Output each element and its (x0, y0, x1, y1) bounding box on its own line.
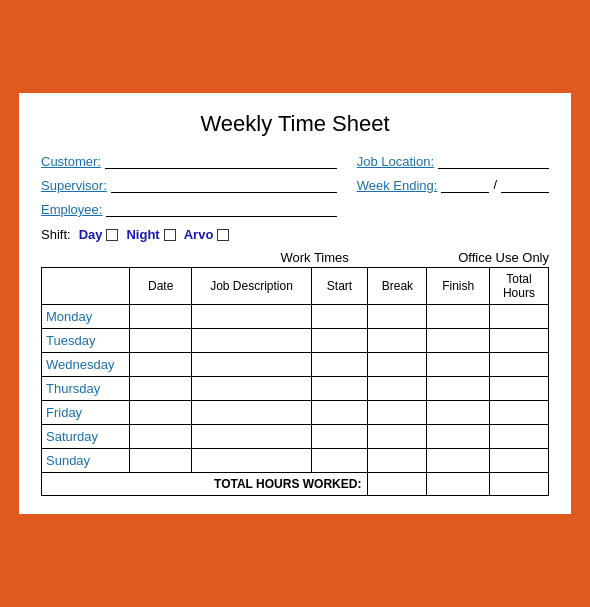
finish-thursday[interactable] (427, 377, 489, 401)
supervisor-field: Supervisor: (41, 177, 337, 193)
week-ending-field: Week Ending: / (357, 177, 549, 193)
day-saturday: Saturday (42, 425, 130, 449)
shift-day-option: Day (79, 227, 119, 242)
table-row: Friday (42, 401, 549, 425)
shift-arvo-label: Arvo (184, 227, 214, 242)
total-hours-empty-1 (427, 473, 489, 496)
table-row: Wednesday (42, 353, 549, 377)
jobdesc-monday[interactable] (192, 305, 311, 329)
start-monday[interactable] (311, 305, 368, 329)
total-hours-worked-label: TOTAL HOURS WORKED: (42, 473, 368, 496)
total-thursday[interactable] (489, 377, 548, 401)
timesheet-table: Date Job Description Start Break Finish … (41, 267, 549, 496)
date-tuesday[interactable] (129, 329, 191, 353)
job-location-input[interactable] (438, 153, 549, 169)
jobdesc-thursday[interactable] (192, 377, 311, 401)
shift-night-label: Night (126, 227, 159, 242)
table-row: Monday (42, 305, 549, 329)
break-monday[interactable] (368, 305, 427, 329)
form-right: Job Location: Week Ending: / (337, 153, 549, 217)
employee-input[interactable] (106, 201, 336, 217)
table-row: Thursday (42, 377, 549, 401)
table-row: Sunday (42, 449, 549, 473)
page-container: Weekly Time Sheet Customer: Supervisor: … (15, 89, 575, 518)
start-wednesday[interactable] (311, 353, 368, 377)
th-total-hours: TotalHours (489, 268, 548, 305)
week-slash: / (493, 177, 497, 193)
th-finish: Finish (427, 268, 489, 305)
week-ending-label: Week Ending: (357, 178, 438, 193)
table-row: Saturday (42, 425, 549, 449)
shift-day-checkbox[interactable] (106, 229, 118, 241)
form-left: Customer: Supervisor: Employee: (41, 153, 337, 217)
start-saturday[interactable] (311, 425, 368, 449)
day-monday: Monday (42, 305, 130, 329)
shift-arvo-option: Arvo (184, 227, 230, 242)
break-saturday[interactable] (368, 425, 427, 449)
break-wednesday[interactable] (368, 353, 427, 377)
jobdesc-tuesday[interactable] (192, 329, 311, 353)
total-hours-empty-2 (489, 473, 548, 496)
total-wednesday[interactable] (489, 353, 548, 377)
supervisor-input[interactable] (111, 177, 337, 193)
job-location-field: Job Location: (357, 153, 549, 169)
total-tuesday[interactable] (489, 329, 548, 353)
work-times-label: Work Times (41, 250, 458, 265)
total-saturday[interactable] (489, 425, 548, 449)
jobdesc-saturday[interactable] (192, 425, 311, 449)
employee-label: Employee: (41, 202, 102, 217)
day-thursday: Thursday (42, 377, 130, 401)
break-thursday[interactable] (368, 377, 427, 401)
finish-tuesday[interactable] (427, 329, 489, 353)
shift-night-option: Night (126, 227, 175, 242)
th-break: Break (368, 268, 427, 305)
total-friday[interactable] (489, 401, 548, 425)
employee-field: Employee: (41, 201, 337, 217)
finish-friday[interactable] (427, 401, 489, 425)
table-header-row: Date Job Description Start Break Finish … (42, 268, 549, 305)
shift-label: Shift: (41, 227, 71, 242)
date-thursday[interactable] (129, 377, 191, 401)
jobdesc-sunday[interactable] (192, 449, 311, 473)
th-date: Date (129, 268, 191, 305)
finish-monday[interactable] (427, 305, 489, 329)
th-job-description: Job Description (192, 268, 311, 305)
jobdesc-wednesday[interactable] (192, 353, 311, 377)
start-sunday[interactable] (311, 449, 368, 473)
week-ending-input-1[interactable] (441, 177, 489, 193)
week-ending-input-2[interactable] (501, 177, 549, 193)
customer-label: Customer: (41, 154, 101, 169)
table-header-above: Work Times Office Use Only (41, 250, 549, 265)
date-saturday[interactable] (129, 425, 191, 449)
date-sunday[interactable] (129, 449, 191, 473)
shift-arvo-checkbox[interactable] (217, 229, 229, 241)
finish-sunday[interactable] (427, 449, 489, 473)
total-monday[interactable] (489, 305, 548, 329)
start-friday[interactable] (311, 401, 368, 425)
finish-saturday[interactable] (427, 425, 489, 449)
table-row: Tuesday (42, 329, 549, 353)
th-day (42, 268, 130, 305)
page-title: Weekly Time Sheet (41, 111, 549, 137)
day-sunday: Sunday (42, 449, 130, 473)
jobdesc-friday[interactable] (192, 401, 311, 425)
start-thursday[interactable] (311, 377, 368, 401)
total-hours-row: TOTAL HOURS WORKED: (42, 473, 549, 496)
th-start: Start (311, 268, 368, 305)
break-sunday[interactable] (368, 449, 427, 473)
total-sunday[interactable] (489, 449, 548, 473)
date-monday[interactable] (129, 305, 191, 329)
job-location-label: Job Location: (357, 154, 434, 169)
finish-wednesday[interactable] (427, 353, 489, 377)
shift-night-checkbox[interactable] (164, 229, 176, 241)
date-wednesday[interactable] (129, 353, 191, 377)
break-tuesday[interactable] (368, 329, 427, 353)
customer-field: Customer: (41, 153, 337, 169)
total-hours-value[interactable] (368, 473, 427, 496)
break-friday[interactable] (368, 401, 427, 425)
customer-input[interactable] (105, 153, 337, 169)
start-tuesday[interactable] (311, 329, 368, 353)
form-section: Customer: Supervisor: Employee: Job Loca… (41, 153, 549, 217)
day-wednesday: Wednesday (42, 353, 130, 377)
date-friday[interactable] (129, 401, 191, 425)
